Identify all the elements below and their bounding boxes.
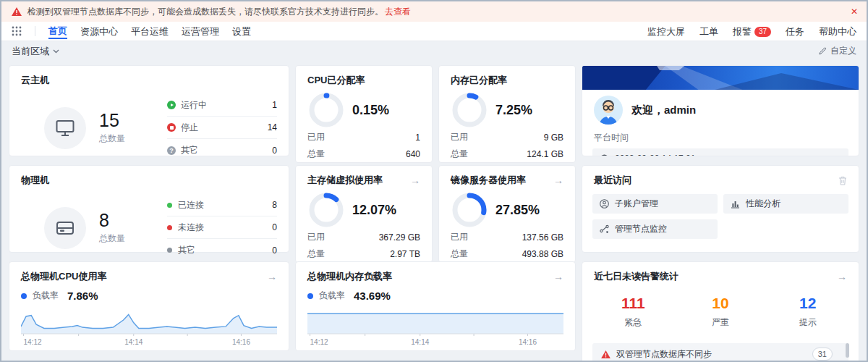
storage-percent: 12.07% xyxy=(352,203,396,218)
bar-chart-icon xyxy=(731,199,740,209)
apps-grid-icon[interactable] xyxy=(12,26,22,36)
alert-message: 检测到双管理节点数据库不同步，可能会造成数据丢失，请尽快联系官方技术支持进行同步… xyxy=(27,6,383,18)
card-title: 近七日未读告警统计 xyxy=(594,270,678,283)
arrow-right-icon[interactable]: → xyxy=(267,272,277,282)
nav-item-tasks[interactable]: 任务 xyxy=(786,24,804,38)
card-title: 主存储虚拟使用率 xyxy=(307,174,383,187)
avatar xyxy=(594,96,623,125)
chevron-down-icon xyxy=(53,49,59,54)
network-nodes-icon xyxy=(600,224,609,234)
arrow-right-icon[interactable]: → xyxy=(410,175,420,185)
other-dot-icon xyxy=(167,248,172,253)
image-server-percent: 27.85% xyxy=(495,203,540,218)
recent-item-performance[interactable]: 性能分析 xyxy=(723,194,848,214)
trash-icon[interactable] xyxy=(838,176,847,185)
recent-item-node-monitor[interactable]: 管理节点监控 xyxy=(592,219,718,239)
disconnected-dot-icon xyxy=(167,225,172,230)
card-physical-machine: 物理机 8 总数量 已连接 8 xyxy=(9,165,289,253)
card-cloud-host: 云主机 15 总数量 运行中 1 xyxy=(9,65,289,156)
svg-text:14:12: 14:12 xyxy=(24,338,42,346)
card-title: CPU已分配率 xyxy=(296,66,432,87)
legend-label: 负载率 xyxy=(33,290,59,302)
card-title: 内存已分配率 xyxy=(439,66,575,87)
region-selector[interactable]: 当前区域 xyxy=(12,45,59,58)
status-row-running: 运行中 1 xyxy=(167,94,277,117)
legend-label: 负载率 xyxy=(319,290,345,302)
alarm-stat-severe: 10 严重 xyxy=(677,295,765,329)
platform-time-label: 平台时间 xyxy=(582,125,859,148)
status-label: 运行中 xyxy=(181,99,207,111)
clock-icon xyxy=(600,154,609,157)
alert-view-link[interactable]: 去查看 xyxy=(385,6,411,18)
customize-button[interactable]: 自定义 xyxy=(819,45,856,57)
svg-text:14:16: 14:16 xyxy=(519,338,537,346)
image-server-total-row: 总量 493.88 GB xyxy=(439,245,575,262)
card-title: 总物理机CPU使用率 xyxy=(21,270,106,283)
status-value: 14 xyxy=(268,122,277,132)
arrow-right-icon[interactable]: → xyxy=(553,272,563,282)
nav-item-monitor-screen[interactable]: 监控大屏 xyxy=(647,24,685,38)
card-welcome: 欢迎，admin 平台时间 2023-09-22 14:17:21 xyxy=(582,65,859,156)
status-value: 1 xyxy=(272,100,277,110)
dashboard-page: 检测到双管理节点数据库不同步，可能会造成数据丢失，请尽快联系官方技术支持进行同步… xyxy=(0,0,868,362)
customize-label: 自定义 xyxy=(830,45,856,57)
status-row-disconnected: 未连接 0 xyxy=(167,216,277,239)
storage-used-row: 已用 367.29 GB xyxy=(296,229,432,245)
used-value: 137.56 GB xyxy=(522,232,563,243)
nav-item-help-center[interactable]: 帮助中心 xyxy=(819,24,856,38)
nav-item-resource-center[interactable]: 资源中心 xyxy=(80,24,118,38)
status-label: 其它 xyxy=(181,144,198,156)
top-nav: 首页 资源中心 平台运维 运营管理 设置 监控大屏 工单 报警 37 任务 帮助… xyxy=(1,22,867,41)
arrow-right-icon[interactable]: → xyxy=(553,175,563,185)
platform-time-value: 2023-09-22 14:17:21 xyxy=(615,153,695,156)
card-cpu-allocation: CPU已分配率 0.15% 已用 1 总量 640 xyxy=(295,65,433,163)
pencil-icon xyxy=(819,47,827,55)
cpu-line-chart: 14:1214:1414:16 xyxy=(9,302,289,347)
nav-item-operation-mgmt[interactable]: 运营管理 xyxy=(182,24,219,38)
arrow-right-icon[interactable]: → xyxy=(837,272,847,282)
nav-item-alerts[interactable]: 报警 37 xyxy=(733,24,771,39)
card-title: 最近访问 xyxy=(594,174,631,187)
nav-item-platform-ops[interactable]: 平台运维 xyxy=(131,24,169,38)
memory-chart-legend: 负载率 43.69% xyxy=(296,283,575,302)
svg-text:14:16: 14:16 xyxy=(232,338,250,346)
monitor-icon xyxy=(56,119,75,137)
welcome-greeting: 欢迎，admin xyxy=(631,104,696,117)
nav-item-settings[interactable]: 设置 xyxy=(232,24,251,38)
nav-divider xyxy=(35,26,35,36)
running-status-icon xyxy=(167,101,176,109)
used-value: 1 xyxy=(415,132,420,143)
recent-item-label: 性能分析 xyxy=(746,198,780,210)
cloud-host-icon-circle xyxy=(44,107,86,149)
alarm-item-text: 双管理节点数据库不同步 xyxy=(616,348,712,361)
card-memory-allocation: 内存已分配率 7.25% 已用 9 GB 总量 124.1 GB xyxy=(438,65,576,163)
cpu-chart-legend: 负载率 7.86% xyxy=(9,283,289,302)
physical-machine-icon-circle xyxy=(44,207,86,249)
status-label: 已连接 xyxy=(178,199,204,211)
user-circle-icon xyxy=(600,199,609,209)
other-status-icon xyxy=(167,146,176,155)
alarm-list-item[interactable]: 双管理节点数据库不同步 31 xyxy=(592,343,848,362)
recent-item-subaccount[interactable]: 子账户管理 xyxy=(592,194,718,214)
stat-value: 12 xyxy=(764,295,851,312)
card-primary-storage: 主存储虚拟使用率 → 12.07% 已用 367.29 GB 总量 2.97 xyxy=(295,165,433,263)
svg-text:14:14: 14:14 xyxy=(411,338,429,346)
physical-total-label: 总数量 xyxy=(99,232,125,245)
total-label: 总量 xyxy=(307,148,325,160)
memory-percent: 7.25% xyxy=(495,103,532,118)
nav-item-home[interactable]: 首页 xyxy=(48,23,67,39)
scrollbar-thumb[interactable] xyxy=(846,343,849,358)
total-value: 2.97 TB xyxy=(390,249,420,259)
card-title: 云主机 xyxy=(9,66,289,87)
nav-item-work-order[interactable]: 工单 xyxy=(699,24,718,38)
warning-triangle-icon xyxy=(12,7,22,16)
welcome-banner xyxy=(582,66,859,90)
top-alert-bar: 检测到双管理节点数据库不同步，可能会造成数据丢失，请尽快联系官方技术支持进行同步… xyxy=(1,1,867,22)
stat-label: 紧急 xyxy=(590,316,677,329)
memory-area-chart: 14:1214:1414:16 xyxy=(296,302,575,347)
card-title: 物理机 xyxy=(9,166,289,187)
svg-text:14:12: 14:12 xyxy=(310,338,328,346)
close-icon[interactable]: ✕ xyxy=(851,7,858,16)
status-row-other: 其它 0 xyxy=(167,239,277,261)
total-value: 124.1 GB xyxy=(527,149,563,159)
